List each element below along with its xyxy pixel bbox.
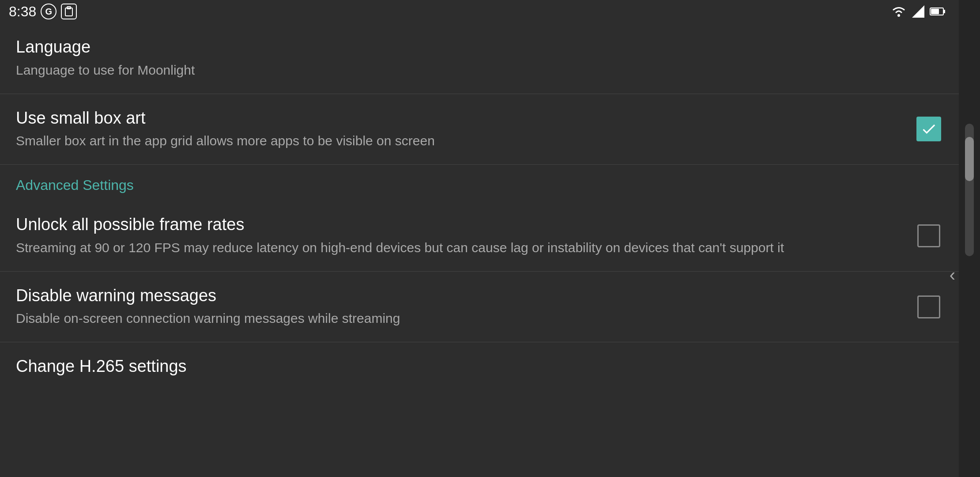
svg-rect-6 (944, 10, 945, 13)
status-bar: 8:38 G (0, 0, 959, 23)
change-h265-text: Change H.265 settings (16, 356, 943, 380)
disable-warnings-checkbox[interactable] (915, 293, 943, 321)
unlock-frame-rates-subtitle: Streaming at 90 or 120 FPS may reduce la… (16, 238, 897, 257)
language-setting-text: Language Language to use for Moonlight (16, 37, 943, 80)
small-box-art-subtitle: Smaller box art in the app grid allows m… (16, 132, 897, 150)
small-box-art-text: Use small box art Smaller box art in the… (16, 108, 915, 151)
status-left: 8:38 G (9, 4, 77, 20)
advanced-settings-header: Advanced Settings (0, 165, 959, 201)
unlock-frame-rates-setting[interactable]: Unlock all possible frame rates Streamin… (0, 201, 959, 272)
small-box-art-title: Use small box art (16, 108, 897, 129)
disable-warnings-setting[interactable]: Disable warning messages Disable on-scre… (0, 272, 959, 343)
change-h265-setting[interactable]: Change H.265 settings (0, 342, 959, 394)
clipboard-icon (61, 4, 77, 19)
checkbox-checked-icon (916, 117, 941, 141)
checkbox-unchecked-icon (917, 224, 940, 247)
unlock-frame-rates-checkbox[interactable] (915, 222, 943, 250)
signal-icon (912, 5, 924, 18)
disable-warnings-title: Disable warning messages (16, 286, 897, 306)
scrollbar-panel: ‹ (959, 0, 980, 477)
small-box-art-checkbox[interactable] (915, 115, 943, 143)
svg-marker-3 (912, 5, 924, 18)
back-arrow[interactable]: ‹ (950, 265, 955, 285)
scrollbar-track[interactable] (965, 124, 974, 256)
checkbox-unchecked-icon-2 (917, 295, 940, 318)
unlock-frame-rates-title: Unlock all possible frame rates (16, 215, 897, 235)
scrollbar-handle[interactable] (965, 137, 974, 181)
language-setting[interactable]: Language Language to use for Moonlight (0, 23, 959, 94)
status-right (891, 5, 946, 18)
change-h265-title: Change H.265 settings (16, 356, 925, 377)
svg-point-2 (897, 14, 900, 17)
unlock-frame-rates-text: Unlock all possible frame rates Streamin… (16, 215, 915, 257)
svg-rect-5 (931, 9, 939, 14)
language-title: Language (16, 37, 925, 57)
disable-warnings-text: Disable warning messages Disable on-scre… (16, 286, 915, 328)
small-box-art-setting[interactable]: Use small box art Smaller box art in the… (0, 94, 959, 165)
wifi-icon (891, 5, 907, 18)
status-time: 8:38 (9, 4, 36, 20)
google-icon: G (41, 4, 57, 19)
disable-warnings-subtitle: Disable on-screen connection warning mes… (16, 309, 897, 328)
language-subtitle: Language to use for Moonlight (16, 61, 925, 80)
battery-icon (930, 7, 946, 16)
